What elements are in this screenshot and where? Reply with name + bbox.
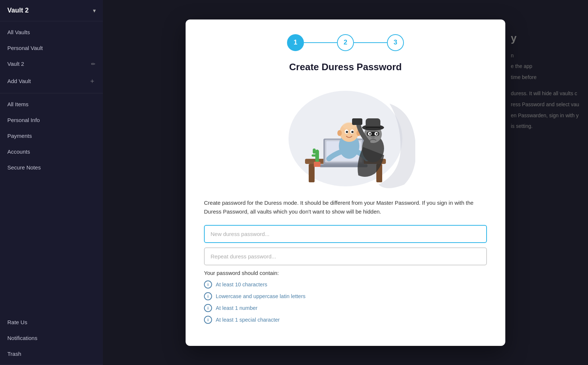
- sidebar-item-all-items[interactable]: All Items: [0, 96, 103, 112]
- vault-selector[interactable]: Vault 2 ▾: [0, 0, 103, 21]
- step-line-2-3: [354, 42, 387, 43]
- vault-name: Vault 2: [7, 7, 29, 14]
- svg-point-19: [337, 130, 342, 136]
- req-item-number: i At least 1 number: [204, 304, 487, 312]
- info-icon-2: i: [204, 292, 212, 300]
- svg-point-32: [371, 136, 375, 139]
- step-3-number: 3: [394, 39, 397, 46]
- sidebar-item-all-vaults[interactable]: All Vaults: [0, 24, 103, 40]
- sidebar-item-label: Trash: [7, 351, 21, 357]
- sidebar: Vault 2 ▾ All Vaults Personal Vault Vaul…: [0, 0, 103, 365]
- req-item-special-char: i At least 1 special character: [204, 316, 487, 324]
- sidebar-item-add-vault[interactable]: Add Vault ＋: [0, 72, 103, 90]
- svg-rect-26: [366, 126, 380, 128]
- step-indicator: 1 2 3: [204, 34, 487, 51]
- sidebar-item-notifications[interactable]: Notifications: [0, 330, 103, 346]
- sidebar-item-label: Vault 2: [7, 61, 24, 67]
- svg-rect-12: [314, 162, 320, 167]
- svg-rect-11: [313, 148, 316, 154]
- categories-section: All Items Personal Info Payments Account…: [0, 93, 103, 178]
- sidebar-item-label: Payments: [7, 133, 32, 139]
- svg-point-18: [351, 131, 354, 133]
- illustration-container: [204, 82, 487, 188]
- step-line-1-2: [304, 42, 337, 43]
- svg-point-30: [369, 133, 371, 135]
- modal-backdrop: 1 2 3 Create Duress Password: [103, 0, 588, 365]
- step-2-circle: 2: [337, 34, 354, 51]
- requirements-title: Your password should contain:: [204, 270, 487, 276]
- step-1-number: 1: [294, 39, 297, 46]
- step-3-circle: 3: [387, 34, 404, 51]
- req-text-number: At least 1 number: [216, 305, 258, 311]
- repeat-duress-password-input[interactable]: [204, 247, 487, 265]
- description-text: Create password for the Duress mode. It …: [204, 198, 487, 216]
- bottom-items-section: Rate Us Notifications Trash: [0, 311, 103, 365]
- req-item-min-chars: i At least 10 characters: [204, 280, 487, 289]
- sidebar-item-label: Personal Info: [7, 117, 40, 123]
- sidebar-item-secure-notes[interactable]: Secure Notes: [0, 160, 103, 175]
- vault-list-section: All Vaults Personal Vault Vault 2 ✏ Add …: [0, 21, 103, 93]
- sidebar-item-trash[interactable]: Trash: [0, 346, 103, 362]
- info-icon-4: i: [204, 316, 212, 324]
- sidebar-item-label: All Vaults: [7, 29, 30, 35]
- svg-rect-2: [309, 164, 315, 182]
- sidebar-item-rate-us[interactable]: Rate Us: [0, 314, 103, 330]
- req-text-case-letters: Lowercase and uppercase latin letters: [216, 293, 305, 299]
- sidebar-item-label: Notifications: [7, 335, 37, 341]
- info-icon-3: i: [204, 304, 212, 312]
- step-1-circle: 1: [287, 34, 304, 51]
- edit-icon: ✏: [91, 61, 96, 67]
- sidebar-item-personal-vault[interactable]: Personal Vault: [0, 40, 103, 56]
- modal-title: Create Duress Password: [204, 61, 487, 73]
- svg-point-31: [376, 133, 378, 135]
- sidebar-item-accounts[interactable]: Accounts: [0, 144, 103, 160]
- req-item-case-letters: i Lowercase and uppercase latin letters: [204, 292, 487, 300]
- req-text-min-chars: At least 10 characters: [216, 282, 267, 287]
- sidebar-item-payments[interactable]: Payments: [0, 128, 103, 144]
- add-icon: ＋: [89, 76, 96, 85]
- sidebar-item-label: Personal Vault: [7, 45, 43, 51]
- sidebar-item-label: Accounts: [7, 148, 30, 155]
- main-content: y n e the app time before duress. It wil…: [103, 0, 588, 365]
- sidebar-item-label: Secure Notes: [7, 164, 41, 171]
- step-2-number: 2: [344, 39, 347, 46]
- sidebar-item-vault2[interactable]: Vault 2 ✏: [0, 56, 103, 72]
- svg-rect-10: [312, 154, 318, 157]
- chevron-down-icon: ▾: [93, 8, 96, 14]
- req-text-special-char: At least 1 special character: [216, 317, 280, 323]
- requirements-section: Your password should contain: i At least…: [204, 270, 487, 324]
- sidebar-item-label: Rate Us: [7, 319, 27, 325]
- svg-point-17: [346, 131, 348, 133]
- info-icon-1: i: [204, 280, 212, 289]
- new-duress-password-input[interactable]: [204, 225, 487, 243]
- svg-rect-33: [352, 118, 362, 125]
- sidebar-item-label: All Items: [7, 101, 29, 107]
- add-vault-label: Add Vault: [7, 78, 31, 84]
- modal-create-duress-password: 1 2 3 Create Duress Password: [186, 19, 505, 346]
- duress-illustration: [276, 82, 415, 188]
- sidebar-item-personal-info[interactable]: Personal Info: [0, 112, 103, 128]
